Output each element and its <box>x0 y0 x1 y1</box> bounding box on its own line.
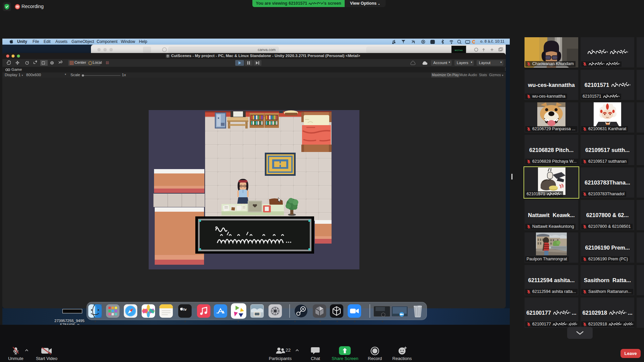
svg-text:A: A <box>432 41 434 44</box>
svg-text:tv: tv <box>183 307 187 311</box>
